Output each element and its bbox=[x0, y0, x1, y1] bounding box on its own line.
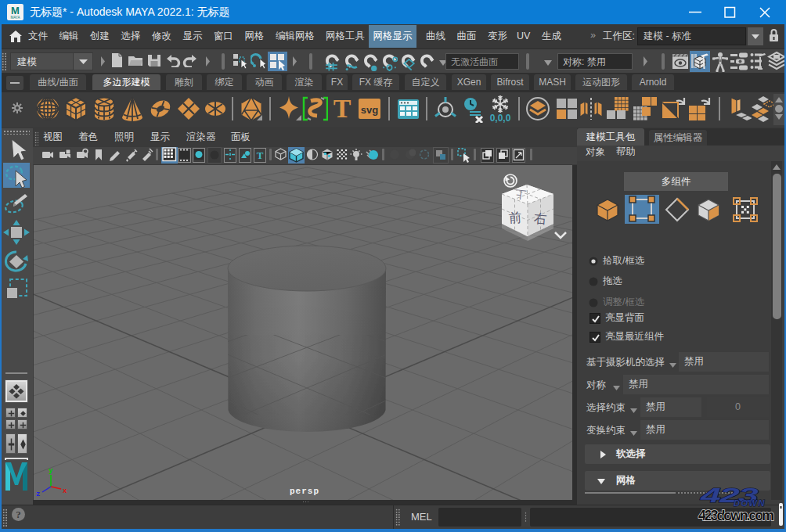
svg-text:x: x bbox=[63, 487, 67, 495]
svg-text:persp: persp bbox=[290, 487, 319, 496]
svg-text:z: z bbox=[36, 491, 40, 498]
svg-text:M: M bbox=[11, 5, 20, 16]
svg-text:423down.com: 423down.com bbox=[698, 508, 774, 523]
svg-text:前: 前 bbox=[508, 210, 522, 225]
svg-text:T: T bbox=[257, 149, 264, 161]
svg-text:0,0,0: 0,0,0 bbox=[490, 113, 511, 123]
svg-text:T: T bbox=[334, 95, 352, 123]
svg-text:MAYA: MAYA bbox=[10, 16, 20, 20]
svg-text:svg: svg bbox=[361, 104, 378, 116]
svg-text:y: y bbox=[49, 467, 53, 475]
svg-text:右: 右 bbox=[533, 210, 547, 225]
svg-text:DOWN: DOWN bbox=[734, 498, 766, 508]
svg-text:上: 上 bbox=[514, 188, 527, 202]
svg-text:?: ? bbox=[16, 509, 21, 520]
